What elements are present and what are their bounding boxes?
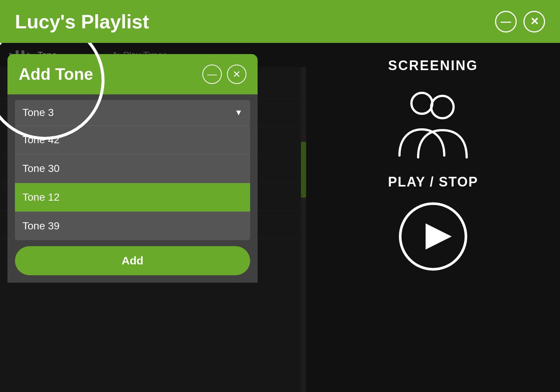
right-panel: SCREENING PLAY / STOP [306, 43, 560, 392]
dropdown-item-tone30[interactable]: Tone 30 [15, 154, 250, 183]
dropdown-item-tone39[interactable]: Tone 39 [15, 211, 250, 240]
play-stop-label: PLAY / STOP [388, 174, 478, 190]
chevron-down-icon: ▼ [234, 108, 243, 117]
svg-point-1 [431, 96, 454, 118]
dialog-overlay: Add Tone — ✕ Tone 3 ▼ [0, 43, 306, 392]
dropdown-item-tone12[interactable]: Tone 12 [15, 183, 250, 211]
main-area: ▶▌▌▶ Tone ↻ Play Times T T T T T [0, 43, 560, 392]
people-icon [392, 85, 474, 159]
app-title: Lucy's Playlist [15, 10, 149, 33]
dialog-body: Tone 3 ▼ Tone 42 Tone 30 Tone 12 [7, 94, 258, 283]
title-bar: Lucy's Playlist — ✕ [0, 0, 560, 43]
screening-label: SCREENING [388, 58, 478, 73]
dialog-controls: — ✕ [202, 65, 246, 84]
add-tone-dialog: Add Tone — ✕ Tone 3 ▼ [7, 54, 258, 283]
svg-marker-3 [426, 223, 452, 250]
window-controls: — ✕ [495, 11, 545, 32]
dialog-header: Add Tone — ✕ [7, 54, 258, 94]
dialog-minimize-button[interactable]: — [202, 65, 222, 84]
dropdown-selected-text: Tone 3 [22, 107, 54, 119]
add-button[interactable]: Add [15, 246, 250, 275]
close-button[interactable]: ✕ [523, 11, 545, 32]
svg-point-0 [411, 93, 432, 114]
play-stop-button[interactable] [398, 201, 469, 272]
minimize-button[interactable]: — [495, 11, 517, 32]
dropdown-list: Tone 42 Tone 30 Tone 12 Tone 39 [15, 125, 250, 240]
dropdown-selected[interactable]: Tone 3 ▼ [15, 100, 250, 125]
dialog-title: Add Tone [19, 65, 93, 84]
dropdown-item-tone42[interactable]: Tone 42 [15, 125, 250, 154]
dialog-close-button[interactable]: ✕ [227, 65, 246, 84]
left-panel: ▶▌▌▶ Tone ↻ Play Times T T T T T [0, 43, 306, 392]
